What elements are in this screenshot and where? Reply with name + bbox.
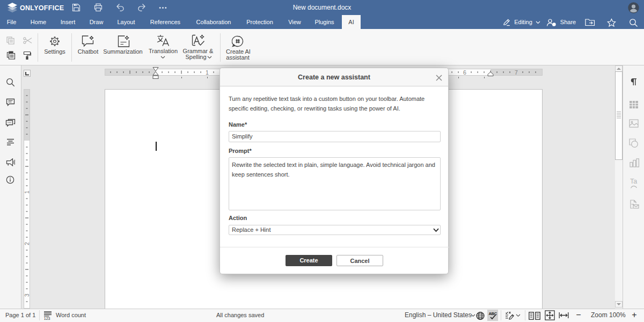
svg-text:7: 7: [515, 69, 518, 76]
svg-text:6: 6: [463, 69, 466, 76]
svg-text:2: 2: [24, 242, 30, 245]
svg-text:1: 1: [206, 69, 209, 76]
svg-text:Ta: Ta: [630, 178, 637, 185]
svg-text:123: 123: [44, 317, 50, 320]
svg-text:ABC: ABC: [489, 311, 497, 316]
svg-text:1: 1: [24, 191, 30, 194]
svg-text:3: 3: [24, 294, 30, 297]
